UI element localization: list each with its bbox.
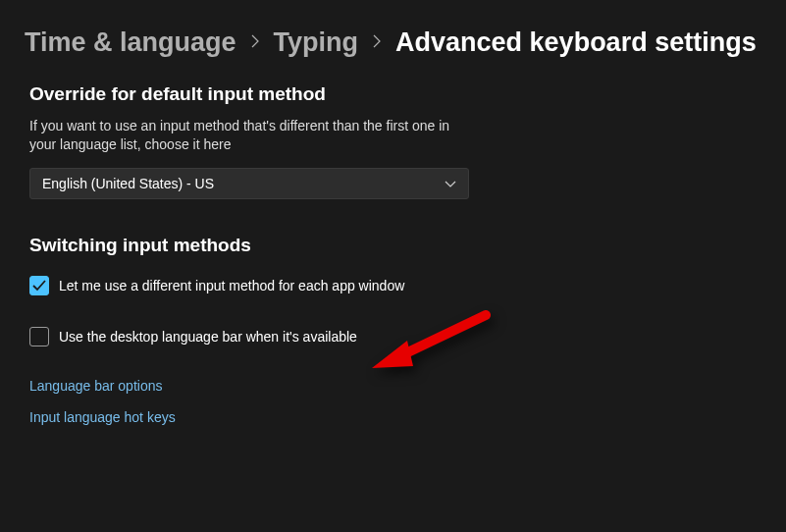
override-section-header: Override for default input method [29, 83, 757, 105]
checkbox-per-app[interactable] [29, 276, 49, 295]
checkbox-row-language-bar: Use the desktop language bar when it's a… [29, 327, 757, 346]
dropdown-selected-label: English (United States) - US [42, 176, 214, 191]
switching-section-header: Switching input methods [29, 235, 757, 256]
breadcrumb-current: Advanced keyboard settings [395, 27, 757, 58]
override-section-desc: If you want to use an input method that'… [29, 117, 461, 154]
breadcrumb-typing[interactable]: Typing [274, 27, 358, 58]
breadcrumb-time-language[interactable]: Time & language [25, 27, 236, 58]
chevron-right-icon [372, 32, 382, 53]
chevron-right-icon [250, 32, 260, 53]
checkbox-language-bar-label: Use the desktop language bar when it's a… [59, 329, 357, 345]
breadcrumb: Time & language Typing Advanced keyboard… [0, 0, 786, 66]
input-method-dropdown[interactable]: English (United States) - US [29, 168, 469, 199]
chevron-down-icon [445, 176, 456, 191]
checkbox-per-app-label: Let me use a different input method for … [59, 278, 404, 293]
link-language-bar-options[interactable]: Language bar options [29, 378, 757, 394]
checkbox-language-bar[interactable] [29, 327, 49, 346]
link-input-hotkeys[interactable]: Input language hot keys [29, 409, 757, 425]
checkbox-row-per-app: Let me use a different input method for … [29, 276, 757, 295]
